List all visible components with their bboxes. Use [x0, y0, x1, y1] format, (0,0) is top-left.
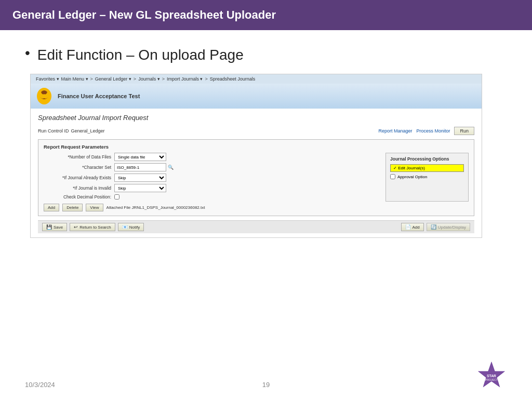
nav-main-menu[interactable]: Main Menu ▾ [61, 76, 88, 82]
screenshot-container: Favorites ▾ Main Menu ▾ > General Ledger… [30, 74, 482, 238]
nav-sep3: > [162, 76, 165, 82]
param-row-journal-exists: *If Journal Already Exists Skip [44, 174, 379, 182]
char-set-search-icon[interactable]: 🔍 [168, 165, 174, 170]
params-inner: *Number of Data Files Single data file *… [44, 153, 469, 202]
footer: 10/3/2024 19 STAR PROJECT [25, 360, 507, 389]
param-row-num-files: *Number of Data Files Single data file [44, 153, 379, 161]
logo-bar: Finance User Acceptance Test [31, 84, 482, 109]
param-row-char-set: *Character Set 🔍 [44, 163, 379, 171]
header-title: General Ledger – New GL Spreadsheet Uplo… [12, 8, 276, 22]
approval-checkbox[interactable] [390, 174, 395, 179]
form-title: Spreadsheet Journal Import Request [38, 114, 474, 122]
svg-text:PROJECT: PROJECT [485, 378, 498, 381]
char-set-label: *Character Set [44, 165, 111, 170]
update-display-button[interactable]: 🔄 Update/Display [427, 223, 470, 231]
star-project-logo: STAR PROJECT [476, 360, 507, 389]
bullet-text: Edit Function – On upload Page [37, 47, 244, 63]
nav-journals[interactable]: Journals ▾ [138, 76, 160, 82]
nav-general-ledger[interactable]: General Ledger ▾ [95, 76, 131, 82]
nav-import-journals[interactable]: Import Journals ▾ [167, 76, 203, 82]
nav-favorites[interactable]: Favorites ▾ [36, 76, 59, 82]
run-control-label: Run Control ID [38, 128, 69, 134]
update-icon: 🔄 [431, 224, 436, 230]
nav-sep1: > [90, 76, 93, 82]
nav-sep4: > [205, 76, 207, 82]
return-to-search-button[interactable]: ↩ Return to Search [70, 223, 115, 231]
attached-file-label: Attached File JRNL1_DSPS_Journal_0000236… [107, 205, 205, 210]
edit-journals-label: ✓ Edit Journal(s) [393, 166, 425, 170]
notify-icon: 📧 [122, 224, 128, 230]
action-right: 📄 Add 🔄 Update/Display [401, 223, 470, 231]
notify-button[interactable]: 📧 Notify [118, 223, 144, 231]
num-files-label: *Number of Data Files [44, 154, 111, 159]
app-logo [36, 87, 52, 105]
nav-spreadsheet-journals: Spreadsheet Journals [210, 76, 256, 82]
form-area: Spreadsheet Journal Import Request Run C… [31, 109, 482, 237]
approval-label: Approval Option [397, 175, 427, 179]
delete-file-button[interactable]: Delete [62, 204, 83, 211]
main-content: • Edit Function – On upload Page Favorit… [0, 30, 532, 248]
run-control-value: General_Ledger [71, 128, 105, 134]
journal-invalid-select[interactable]: Skip [114, 184, 166, 192]
params-box: Report Request Parameters *Number of Dat… [38, 139, 474, 216]
process-monitor-link[interactable]: Process Monitor [416, 128, 450, 134]
bullet-dot: • [25, 45, 30, 61]
run-control-links: Report Manager Process Monitor Run [378, 127, 474, 135]
add-file-button[interactable]: Add [44, 204, 59, 211]
run-button[interactable]: Run [454, 127, 474, 135]
add-right-button[interactable]: 📄 Add [401, 223, 424, 231]
svg-point-0 [37, 88, 51, 104]
file-row: Add Delete View Attached File JRNL1_DSPS… [44, 204, 469, 211]
slide-header: General Ledger – New GL Spreadsheet Uplo… [0, 0, 532, 30]
journal-options: Journal Processing Options ✓ Edit Journa… [385, 153, 469, 202]
journal-invalid-label: *If Journal is Invalid [44, 185, 111, 191]
journal-options-title: Journal Processing Options [390, 156, 464, 162]
edit-journals-button[interactable]: ✓ Edit Journal(s) [390, 164, 464, 172]
save-button[interactable]: 💾 Save [42, 223, 67, 231]
decimal-label: Check Decimal Position: [44, 194, 111, 200]
return-icon: ↩ [74, 224, 78, 230]
param-row-decimal: Check Decimal Position: [44, 194, 379, 200]
params-title: Report Request Parameters [44, 144, 469, 150]
params-left: *Number of Data Files Single data file *… [44, 153, 379, 202]
approval-row: Approval Option [390, 174, 464, 179]
bullet-section: • Edit Function – On upload Page [25, 47, 507, 63]
footer-date: 10/3/2024 [25, 381, 55, 389]
num-files-select[interactable]: Single data file [114, 153, 166, 161]
logo-title: Finance User Acceptance Test [58, 93, 140, 99]
nav-sep2: > [134, 76, 136, 82]
run-control-left: Run Control ID General_Ledger [38, 128, 105, 134]
decimal-checkbox[interactable] [114, 194, 119, 200]
report-manager-link[interactable]: Report Manager [378, 128, 412, 134]
view-file-button[interactable]: View [86, 204, 103, 211]
char-set-input[interactable] [114, 163, 166, 171]
action-bar: 💾 Save ↩ Return to Search 📧 Notify 📄 [38, 220, 474, 233]
run-control-row: Run Control ID General_Ledger Report Man… [38, 127, 474, 135]
svg-text:STAR: STAR [487, 374, 496, 378]
footer-page-number: 19 [262, 381, 270, 389]
add-right-icon: 📄 [405, 224, 411, 230]
param-row-journal-invalid: *If Journal is Invalid Skip [44, 184, 379, 192]
action-left: 💾 Save ↩ Return to Search 📧 Notify [42, 223, 144, 231]
journal-exists-select[interactable]: Skip [114, 174, 166, 182]
save-icon: 💾 [46, 224, 52, 230]
journal-exists-label: *If Journal Already Exists [44, 175, 111, 180]
nav-bar: Favorites ▾ Main Menu ▾ > General Ledger… [31, 74, 482, 84]
